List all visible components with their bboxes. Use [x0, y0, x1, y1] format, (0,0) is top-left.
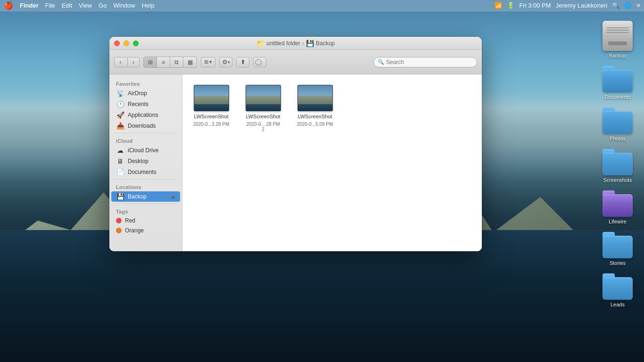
desktop-icons: Backup Documents Photos Screenshots [601, 19, 635, 309]
file-date-3: 2020-0...5.09 PM [297, 122, 333, 127]
desktop-label: Desktop [128, 158, 149, 165]
gear-icon: ⚙ [222, 58, 228, 66]
desktop-icon-leads[interactable]: Leads [601, 272, 635, 309]
share-icon: ⬆ [240, 58, 246, 66]
column-view-button[interactable]: ⧉ [170, 57, 183, 67]
leads-folder-icon [603, 273, 633, 300]
desktop-icon-screenshots[interactable]: Screenshots [601, 147, 635, 185]
stories-folder-icon [603, 232, 633, 258]
battery-icon: 🔋 [507, 2, 514, 9]
sidebar-item-icloud-drive[interactable]: ☁ iCloud Drive [111, 145, 180, 156]
airdrop-icon: 📡 [116, 90, 124, 97]
apple-menu[interactable]: 🍎 [4, 1, 13, 10]
recents-icon: 🕐 [116, 100, 124, 108]
sidebar-item-airdrop[interactable]: 📡 AirDrop [111, 88, 180, 99]
screenshots-folder-icon [603, 149, 633, 175]
menu-finder[interactable]: Finder [20, 2, 39, 9]
search-icon: 🔍 [378, 59, 384, 65]
desktop-icon-sidebar: 🖥 [116, 157, 124, 165]
share-button[interactable]: ⬆ [236, 57, 249, 67]
globe-icon[interactable]: 🌐 [624, 2, 632, 9]
menubar: 🍎 Finder File Edit View Go Window Help 📶… [0, 0, 644, 11]
screenshots-icon-label: Screenshots [603, 177, 632, 183]
sidebar-divider-1 [114, 133, 177, 133]
settings-dropdown-icon: ▾ [228, 60, 230, 65]
downloads-icon: 📥 [116, 122, 124, 130]
maximize-button[interactable] [133, 41, 139, 46]
menu-edit[interactable]: Edit [62, 2, 72, 9]
file-thumbnail-2 [246, 85, 281, 111]
stories-icon-label: Stories [610, 260, 626, 266]
sidebar-item-orange[interactable]: Orange [111, 226, 180, 235]
list-icon[interactable]: ≡ [636, 2, 640, 9]
documents-sidebar-label: Documents [128, 169, 157, 175]
backup-sidebar-icon: 💾 [116, 193, 124, 200]
tag-button[interactable]: ⃝ [253, 57, 266, 67]
menu-go[interactable]: Go [99, 2, 107, 9]
finder-titlebar: 📁 untitled folder › 💾 Backup [109, 37, 482, 50]
sidebar-item-downloads[interactable]: 📥 Downloads [111, 121, 180, 131]
file-date-2: 2020-0....28 PM 2 [245, 122, 281, 132]
orange-tag-label: Orange [125, 227, 144, 234]
red-tag-label: Red [125, 217, 135, 224]
recents-label: Recents [128, 101, 149, 107]
photos-icon-label: Photos [610, 136, 626, 141]
group-icon: ⊞ [204, 59, 208, 65]
desktop-icon-photos[interactable]: Photos [601, 106, 635, 143]
group-button[interactable]: ⊞ ▾ [201, 57, 215, 67]
sidebar-divider-3 [114, 204, 177, 204]
back-button[interactable]: ‹ [114, 57, 126, 67]
file-item-3[interactable]: LWScreenShot 2020-0...5.09 PM [294, 82, 336, 135]
eject-button[interactable]: ⏏ [171, 194, 175, 200]
desktop-icon-backup[interactable]: Backup [601, 19, 635, 60]
favorites-section-title: Favorites [109, 78, 182, 88]
sidebar-item-desktop[interactable]: 🖥 Desktop [111, 156, 180, 166]
group-dropdown-icon: ▾ [209, 59, 212, 65]
menu-view[interactable]: View [79, 2, 92, 9]
desktop-icon-stories[interactable]: Stories [601, 230, 635, 268]
menubar-datetime: Fri 3:00 PM [519, 2, 551, 9]
menu-file[interactable]: File [45, 2, 55, 9]
desktop-icon-documents[interactable]: Documents [601, 64, 635, 102]
file-date-1: 2020-0...3.28 PM [193, 122, 230, 127]
icloud-drive-icon: ☁ [116, 147, 124, 154]
minimize-button[interactable] [124, 41, 129, 46]
desktop-icon-lifewire[interactable]: Lifewire [601, 189, 635, 226]
sidebar-item-backup[interactable]: 💾 Backup ⏏ [111, 191, 180, 202]
search-input[interactable] [386, 59, 473, 66]
orange-tag-dot [116, 228, 122, 233]
menubar-user[interactable]: Jeremy Laukkonen [556, 2, 608, 9]
sidebar-item-documents[interactable]: 📄 Documents [111, 167, 180, 177]
forward-button[interactable]: › [127, 57, 140, 67]
wifi-icon[interactable]: 📶 [495, 2, 502, 9]
file-item-2[interactable]: LWScreenShot 2020-0....28 PM 2 [242, 82, 284, 135]
icloud-drive-label: iCloud Drive [128, 147, 158, 154]
sidebar-item-red[interactable]: Red [111, 216, 180, 225]
sidebar-divider-2 [114, 179, 177, 180]
leads-icon-label: Leads [611, 302, 625, 307]
settings-button[interactable]: ⚙ ▾ [219, 57, 232, 67]
applications-label: Applications [128, 112, 158, 118]
documents-sidebar-icon: 📄 [116, 168, 124, 176]
lifewire-folder-icon [603, 190, 633, 217]
icon-view-button[interactable]: ⊞ [144, 57, 157, 67]
gallery-view-button[interactable]: ▦ [183, 57, 197, 67]
menu-window[interactable]: Window [113, 2, 135, 9]
menu-help[interactable]: Help [142, 2, 155, 9]
search-bar[interactable]: 🔍 [373, 57, 477, 67]
file-thumbnail-3 [297, 85, 333, 111]
file-item-1[interactable]: LWScreenShot 2020-0...3.28 PM [190, 82, 232, 135]
view-buttons: ⊞ ≡ ⧉ ▦ [143, 57, 197, 68]
sidebar-item-recents[interactable]: 🕐 Recents [111, 99, 180, 109]
photos-folder-icon [603, 107, 633, 134]
window-controls [114, 41, 139, 46]
sidebar-item-applications[interactable]: 🚀 Applications [111, 110, 180, 120]
search-menubar-icon[interactable]: 🔍 [612, 2, 619, 9]
applications-icon: 🚀 [116, 111, 124, 119]
documents-icon-label: Documents [604, 94, 631, 100]
titlebar-path: 📁 untitled folder › 💾 Backup [256, 40, 335, 47]
file-name-3: LWScreenShot [297, 113, 332, 120]
list-view-button[interactable]: ≡ [157, 57, 170, 67]
close-button[interactable] [114, 41, 120, 46]
icloud-section-title: iCloud [109, 135, 182, 145]
